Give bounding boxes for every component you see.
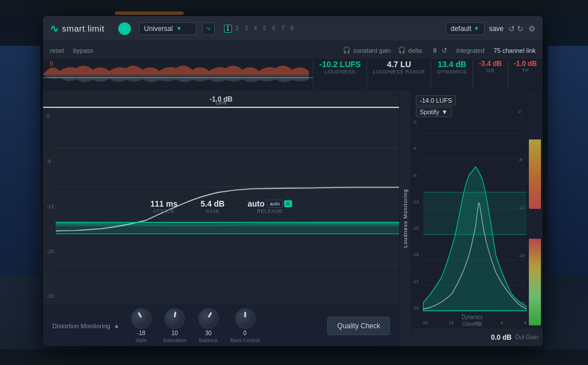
bottom-controls: Distortion Monitoring ▲ -18 Style 10 Sat… <box>43 305 399 346</box>
x-10: 10 <box>475 320 480 325</box>
slot-6[interactable]: 6 <box>270 25 278 33</box>
lufs-target-label: -14.0 LUFS <box>416 95 456 106</box>
loudness-label: Loudness <box>324 69 355 75</box>
release-label: Release <box>257 208 283 214</box>
constant-gain-toggle[interactable]: 🎧 constant gain <box>343 46 390 54</box>
out-gain-area: 0.0 dB Out Gain <box>411 328 543 346</box>
preset-slots: 1 2 3 4 5 6 7 8 <box>224 25 296 33</box>
quality-check-button[interactable]: Quality Check <box>327 317 390 335</box>
undo-redo-group: ↺ ↻ <box>508 24 524 33</box>
db-tick-0: 0 <box>47 114 54 119</box>
tp-value: -1.0 dB <box>514 60 537 68</box>
reset-button[interactable]: reset <box>50 47 64 54</box>
balance-value: 30 <box>205 330 211 336</box>
channel-link-label: 75 channel link <box>494 47 536 54</box>
release-control[interactable]: auto auto A Release <box>247 199 292 214</box>
delta-toggle[interactable]: 🎧 delta <box>398 46 422 54</box>
saturation-value: 10 <box>172 330 178 336</box>
right-vu-meter <box>527 91 543 328</box>
style-knob-group: -18 Style <box>131 308 152 343</box>
style-knob[interactable] <box>131 308 152 329</box>
right-panel: -14.0 LUFS Spotify ▼ -3 -6 -9 -12 -15 -1… <box>411 91 543 346</box>
loudness-monitor-svg: Dynamics Universal <box>411 91 527 328</box>
loudness-monitoring-vert-label: Loudness Monitoring <box>403 189 408 248</box>
balance-knob-group: 30 Balance <box>198 308 219 343</box>
r-db-0: 0 <box>518 109 525 114</box>
gain-value: 5.4 dB <box>200 199 225 208</box>
balance-knob[interactable] <box>198 308 219 329</box>
waveform-loudness-row: 0 -10.2 LUFS Loudness 4.7 LU Loudness Ra… <box>43 60 543 91</box>
slot-8[interactable]: 8 <box>288 25 296 33</box>
logo-text: smart:limit <box>62 24 105 33</box>
slot-5[interactable]: 5 <box>261 25 269 33</box>
power-button[interactable] <box>118 22 131 35</box>
main-content: -1.0 dB Limit 0 -6 -12 -20 -30 <box>43 91 543 346</box>
db-tick-12: -12 <box>47 204 54 209</box>
slot-7[interactable]: 7 <box>279 25 287 33</box>
default-dropdown-arrow-icon: ▼ <box>474 25 479 32</box>
slot-4[interactable]: 4 <box>252 25 260 33</box>
db-tick-6: -6 <box>47 158 54 164</box>
loudness-x-scale: 20 15 10 8 4 <box>423 320 527 325</box>
slot-3[interactable]: 3 <box>242 25 250 33</box>
delta-label: delta <box>408 47 422 54</box>
bass-control-knob[interactable] <box>235 308 256 329</box>
gain-control[interactable]: 5.4 dB Gain <box>200 199 225 214</box>
transport-controls: ⏸ ↺ <box>431 46 447 55</box>
attack-label: Attack <box>153 208 175 214</box>
balance-label: Balance <box>199 337 218 343</box>
x-4: 4 <box>524 320 527 325</box>
saturation-knob-group: 10 Saturation <box>163 308 187 343</box>
pause-button[interactable]: ⏸ <box>431 46 438 55</box>
svg-text:Dynamics: Dynamics <box>462 314 483 320</box>
loudness-range-label: Loudness Range <box>373 69 425 75</box>
release-value: auto <box>247 199 265 208</box>
headphone-controls: 🎧 constant gain 🎧 delta <box>343 46 421 54</box>
platform-name: Spotify <box>420 108 439 115</box>
gr-label: GR <box>486 68 495 73</box>
dropdown-arrow-icon: ▼ <box>176 25 182 32</box>
loudness-meter: -10.2 LUFS Loudness <box>313 60 366 90</box>
default-preset-dropdown[interactable]: default ▼ <box>446 22 485 35</box>
bass-label: Bass Control <box>230 337 260 343</box>
headphone-delta-icon: 🎧 <box>398 46 406 54</box>
loudness-range-value: 4.7 LU <box>387 60 411 69</box>
bass-value: 0 <box>243 330 247 336</box>
save-button[interactable]: save <box>489 25 504 33</box>
gr-bar <box>529 93 541 209</box>
platform-dropdown[interactable]: Spotify ▼ <box>416 107 452 117</box>
style-value: -18 <box>137 330 145 336</box>
waveform-preview: 0 <box>43 60 313 90</box>
preset-dropdown[interactable]: Universal ▼ <box>139 22 196 35</box>
db-tick-30: -30 <box>47 293 54 299</box>
redo-button[interactable]: ↻ <box>517 24 524 33</box>
db-zero-label: 0 <box>50 61 53 67</box>
slot-2[interactable]: 2 <box>233 25 241 33</box>
loop-button[interactable]: ↺ <box>442 46 447 55</box>
loudness-value: -10.2 LUFS <box>319 60 361 69</box>
dynamics-value: 13.4 dB <box>438 60 466 69</box>
lm-db-18: -18 <box>412 252 419 257</box>
preset-icon-button[interactable]: ∿ <box>202 22 215 35</box>
teal-threshold-band <box>56 222 399 234</box>
gain-label: Gain <box>206 208 219 214</box>
slot-1[interactable]: 1 <box>224 25 232 33</box>
saturation-label: Saturation <box>163 337 187 343</box>
attack-control[interactable]: 111 ms Attack <box>150 199 177 214</box>
distortion-label: Distortion Monitoring <box>52 323 110 329</box>
limit-label: Limit <box>215 100 226 106</box>
limiter-panel: -1.0 dB Limit 0 -6 -12 -20 -30 <box>43 91 399 346</box>
lm-db-3: -3 <box>412 119 419 125</box>
distortion-monitoring[interactable]: Distortion Monitoring ▲ <box>52 323 119 329</box>
style-label: Style <box>136 337 147 343</box>
undo-button[interactable]: ↺ <box>508 24 515 33</box>
lm-db-9: -9 <box>412 173 419 178</box>
preset-name: Universal <box>144 25 173 33</box>
saturation-knob[interactable] <box>164 308 185 329</box>
toolbar: reset bypass 🎧 constant gain 🎧 delta ⏸ ↺… <box>43 41 543 60</box>
bypass-button[interactable]: bypass <box>73 47 93 54</box>
lm-db-12: -12 <box>412 199 419 204</box>
default-preset-label: default <box>451 25 471 33</box>
waveform-svg <box>43 60 313 90</box>
settings-icon[interactable]: ⚙ <box>528 24 536 33</box>
